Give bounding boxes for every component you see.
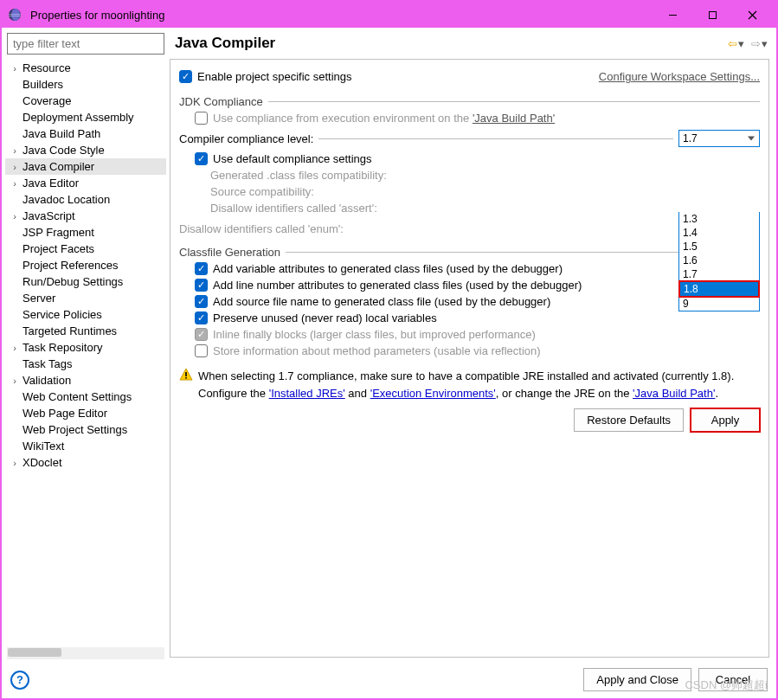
tree-item-run-debug-settings[interactable]: Run/Debug Settings xyxy=(5,273,166,290)
build-path-link[interactable]: 'Java Build Path' xyxy=(473,112,555,125)
tree-item-builders[interactable]: Builders xyxy=(5,76,166,93)
tree-item-label: Java Code Style xyxy=(23,144,105,157)
compliance-option-1-6[interactable]: 1.6 xyxy=(679,254,759,267)
tree-item-label: Resource xyxy=(23,61,71,74)
tree-item-java-editor[interactable]: ›Java Editor xyxy=(5,175,166,191)
cf-source-name-label: Add source file name to generated class … xyxy=(213,295,550,308)
compliance-dropdown[interactable]: 1.31.41.51.61.71.89 xyxy=(678,212,760,311)
tree-item-server[interactable]: Server xyxy=(5,290,166,306)
installed-jres-link[interactable]: 'Installed JREs' xyxy=(269,387,345,400)
tree-item-web-content-settings[interactable]: Web Content Settings xyxy=(5,389,166,405)
svg-rect-9 xyxy=(185,377,187,379)
compliance-option-1-8[interactable]: 1.8 xyxy=(678,280,760,298)
source-compat-label: Source compatibility: xyxy=(210,185,314,198)
disallow-assert-label: Disallow identifiers called 'assert': xyxy=(210,202,377,215)
use-default-label: Use default compliance settings xyxy=(213,152,372,165)
tree-item-wikitext[interactable]: WikiText xyxy=(5,438,166,454)
cancel-button[interactable]: Cancel xyxy=(698,668,768,691)
tree-item-label: Targeted Runtimes xyxy=(23,324,117,337)
compliance-option-1-4[interactable]: 1.4 xyxy=(679,226,759,240)
tree-item-web-page-editor[interactable]: Web Page Editor xyxy=(5,405,166,421)
tree[interactable]: ›ResourceBuildersCoverageDeployment Asse… xyxy=(5,58,166,647)
chevron-right-icon: › xyxy=(7,145,23,156)
tree-item-java-code-style[interactable]: ›Java Code Style xyxy=(5,142,166,158)
tree-item-web-project-settings[interactable]: Web Project Settings xyxy=(5,421,166,438)
use-default-checkbox[interactable]: ✓ xyxy=(195,152,208,165)
compliance-level-label: Compiler compliance level: xyxy=(179,132,313,145)
cf-inline-finally-label: Inline finally blocks (larger class file… xyxy=(213,328,536,341)
disallow-enum-label: Disallow identifiers called 'enum': xyxy=(179,222,344,235)
cf-method-params-checkbox[interactable] xyxy=(195,344,208,357)
cf-line-num-label: Add line number attributes to generated … xyxy=(213,279,582,292)
cf-source-name-checkbox[interactable]: ✓ xyxy=(195,295,208,308)
cf-var-attr-checkbox[interactable]: ✓ xyxy=(195,262,208,275)
tree-item-label: Javadoc Location xyxy=(23,193,110,206)
minimize-button[interactable] xyxy=(653,3,692,27)
tree-item-java-compiler[interactable]: ›Java Compiler xyxy=(5,158,166,175)
tree-item-targeted-runtimes[interactable]: Targeted Runtimes xyxy=(5,323,166,339)
build-path-link-2[interactable]: 'Java Build Path' xyxy=(633,387,715,400)
back-menu[interactable]: ▾ xyxy=(738,37,744,50)
cf-line-num-checkbox[interactable]: ✓ xyxy=(195,279,208,292)
tree-item-label: Validation xyxy=(23,374,71,387)
tree-item-java-build-path[interactable]: Java Build Path xyxy=(5,125,166,142)
page-title: Java Compiler xyxy=(175,35,728,52)
help-button[interactable]: ? xyxy=(10,671,29,690)
tree-item-validation[interactable]: ›Validation xyxy=(5,372,166,389)
chevron-right-icon: › xyxy=(7,376,23,386)
back-icon[interactable]: ⇦ xyxy=(728,37,737,50)
enable-specific-label: Enable project specific settings xyxy=(197,70,351,83)
eclipse-icon xyxy=(6,6,23,23)
forward-menu[interactable]: ▾ xyxy=(762,37,768,50)
tree-item-label: Java Editor xyxy=(23,177,79,189)
use-exec-env-checkbox[interactable] xyxy=(195,112,208,125)
tree-item-label: Web Page Editor xyxy=(23,407,107,420)
filter-input[interactable] xyxy=(7,33,164,55)
tree-item-task-tags[interactable]: Task Tags xyxy=(5,356,166,372)
chevron-right-icon: › xyxy=(7,178,23,189)
tree-item-label: Service Policies xyxy=(23,308,102,321)
tree-item-label: JSP Fragment xyxy=(23,226,94,239)
tree-item-label: Web Content Settings xyxy=(23,390,132,403)
cf-inline-finally-checkbox: ✓ xyxy=(195,328,208,341)
tree-item-project-references[interactable]: Project References xyxy=(5,257,166,273)
jdk-group-title: JDK Compliance xyxy=(179,95,263,108)
compliance-option-1-7[interactable]: 1.7 xyxy=(679,267,759,281)
svg-rect-3 xyxy=(9,16,21,16)
close-button[interactable] xyxy=(732,3,772,27)
compliance-option-1-5[interactable]: 1.5 xyxy=(679,240,759,254)
exec-env-link[interactable]: 'Execution Environments' xyxy=(370,387,496,400)
tree-item-javascript[interactable]: ›JavaScript xyxy=(5,208,166,224)
tree-item-label: Java Compiler xyxy=(23,160,94,173)
svg-rect-5 xyxy=(709,11,716,18)
compliance-option-9[interactable]: 9 xyxy=(679,297,759,311)
tree-item-resource[interactable]: ›Resource xyxy=(5,60,166,76)
compliance-option-1-3[interactable]: 1.3 xyxy=(679,212,759,226)
tree-item-project-facets[interactable]: Project Facets xyxy=(5,241,166,257)
cf-preserve-unused-checkbox[interactable]: ✓ xyxy=(195,311,208,324)
tree-item-xdoclet[interactable]: ›XDoclet xyxy=(5,454,166,471)
tree-item-task-repository[interactable]: ›Task Repository xyxy=(5,339,166,356)
forward-icon[interactable]: ⇨ xyxy=(751,37,761,50)
tree-item-jsp-fragment[interactable]: JSP Fragment xyxy=(5,224,166,241)
scrollbar[interactable] xyxy=(7,647,164,659)
tree-item-label: Project References xyxy=(23,259,119,272)
tree-item-javadoc-location[interactable]: Javadoc Location xyxy=(5,191,166,208)
apply-button[interactable]: Apply xyxy=(691,408,760,432)
maximize-button[interactable] xyxy=(692,3,732,27)
tree-item-label: Project Facets xyxy=(23,242,94,255)
tree-item-coverage[interactable]: Coverage xyxy=(5,93,166,109)
tree-item-deployment-assembly[interactable]: Deployment Assembly xyxy=(5,109,166,125)
tree-item-service-policies[interactable]: Service Policies xyxy=(5,306,166,323)
use-exec-env-label: Use compliance from execution environmen… xyxy=(213,112,555,125)
configure-workspace-link[interactable]: Configure Workspace Settings... xyxy=(599,70,760,83)
enable-specific-checkbox[interactable]: ✓ xyxy=(179,70,192,83)
tree-item-label: WikiText xyxy=(23,440,64,453)
tree-item-label: Builders xyxy=(23,78,63,91)
restore-defaults-button[interactable]: Restore Defaults xyxy=(574,408,684,432)
tree-item-label: Run/Debug Settings xyxy=(23,275,123,288)
apply-close-button[interactable]: Apply and Close xyxy=(583,668,691,691)
tree-item-label: Server xyxy=(23,292,55,305)
gen-class-compat-label: Generated .class files compatibility: xyxy=(210,169,387,182)
compliance-level-select[interactable]: 1.7 xyxy=(678,130,760,147)
